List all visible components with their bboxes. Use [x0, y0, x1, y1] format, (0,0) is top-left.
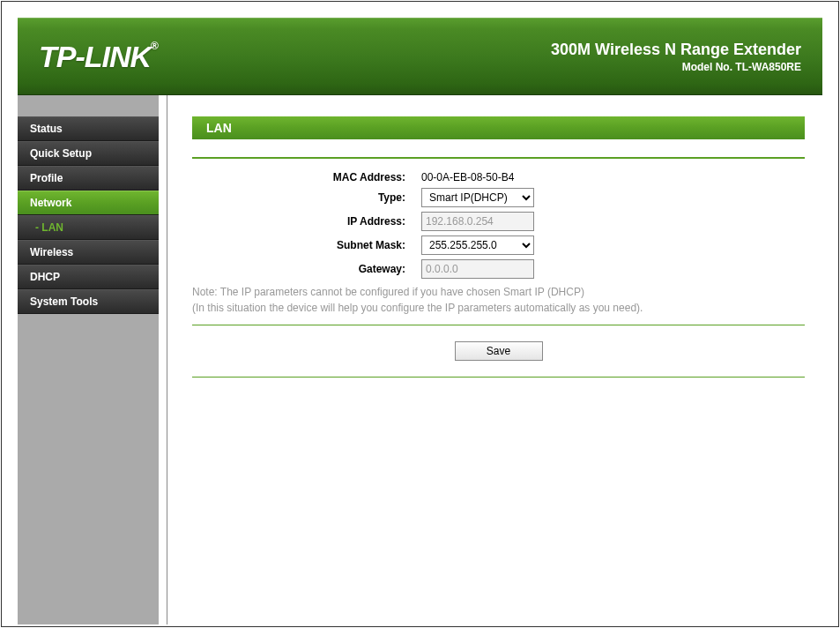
- sidebar-nav: Status Quick Setup Profile Network - LAN…: [18, 95, 159, 624]
- mac-address-label: MAC Address:: [192, 171, 421, 183]
- ip-address-input: [421, 212, 534, 231]
- sidebar-item-profile[interactable]: Profile: [18, 166, 159, 191]
- main-content: LAN MAC Address: 00-0A-EB-08-50-B4 Type:…: [175, 95, 822, 624]
- sidebar-subitem-lan[interactable]: - LAN: [18, 215, 159, 240]
- type-select[interactable]: Smart IP(DHCP): [421, 188, 534, 207]
- sidebar-item-status[interactable]: Status: [18, 116, 159, 141]
- gateway-input: [421, 259, 534, 279]
- vertical-divider: [159, 95, 175, 624]
- page-title: LAN: [192, 116, 805, 139]
- model-number: Model No. TL-WA850RE: [551, 61, 801, 73]
- brand-logo: TP-LINK®: [39, 40, 158, 74]
- sidebar-item-quick-setup[interactable]: Quick Setup: [18, 141, 159, 166]
- ip-address-label: IP Address:: [192, 215, 421, 228]
- header-banner: TP-LINK® 300M Wireless N Range Extender …: [18, 18, 822, 95]
- product-name: 300M Wireless N Range Extender: [551, 41, 801, 59]
- type-label: Type:: [192, 191, 421, 204]
- config-note: Note: The IP parameters cannot be config…: [192, 284, 805, 316]
- sidebar-item-wireless[interactable]: Wireless: [18, 240, 159, 265]
- subnet-mask-label: Subnet Mask:: [192, 239, 421, 251]
- save-button[interactable]: Save: [455, 341, 543, 361]
- mac-address-value: 00-0A-EB-08-50-B4: [421, 171, 514, 183]
- subnet-mask-select[interactable]: 255.255.255.0: [421, 236, 534, 255]
- divider: [192, 377, 805, 378]
- sidebar-item-system-tools[interactable]: System Tools: [18, 289, 159, 314]
- sidebar-item-dhcp[interactable]: DHCP: [18, 265, 159, 289]
- sidebar-item-network[interactable]: Network: [18, 191, 159, 215]
- gateway-label: Gateway:: [192, 263, 421, 275]
